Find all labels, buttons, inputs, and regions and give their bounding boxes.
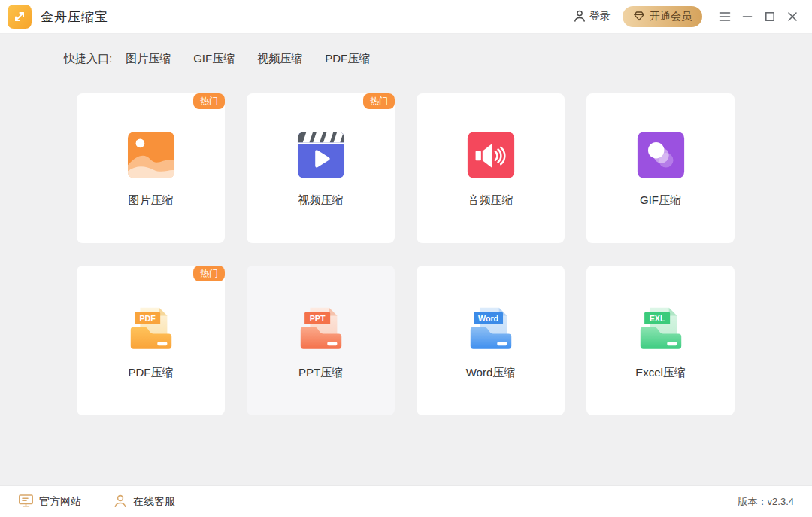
video-compress-icon — [295, 129, 347, 181]
official-website-label: 官方网站 — [39, 495, 81, 509]
hot-badge: 热门 — [193, 266, 225, 281]
feature-grid: 热门 图片压缩 热门 — [77, 93, 812, 415]
card-label: GIF压缩 — [640, 193, 681, 208]
maximize-button[interactable] — [759, 6, 780, 27]
svg-text:EXL: EXL — [649, 314, 665, 323]
app-logo-icon — [8, 5, 32, 29]
vip-label: 开通会员 — [650, 10, 692, 23]
quick-entry-row: 快捷入口: 图片压缩 GIF压缩 视频压缩 PDF压缩 — [64, 52, 812, 66]
card-label: 视频压缩 — [298, 193, 344, 208]
card-label: Excel压缩 — [635, 366, 686, 380]
support-person-icon — [113, 494, 128, 510]
official-website-link[interactable]: 官方网站 — [18, 494, 81, 510]
version-label: 版本：v2.3.4 — [738, 495, 794, 509]
card-label: PPT压缩 — [298, 366, 343, 380]
image-compress-icon — [125, 129, 177, 181]
online-support-label: 在线客服 — [133, 495, 175, 509]
close-button[interactable] — [782, 6, 803, 27]
pdf-compress-icon: PDF — [125, 301, 177, 354]
card-label: 音频压缩 — [468, 193, 514, 208]
card-ppt-compress[interactable]: PPT PPT压缩 — [247, 266, 395, 415]
svg-text:PPT: PPT — [309, 314, 325, 323]
quick-link-pdf-compress[interactable]: PDF压缩 — [325, 52, 370, 66]
footer-bar: 官方网站 在线客服 版本：v2.3.4 — [0, 485, 812, 517]
app-window: 金舟压缩宝 登录 开通会员 — [0, 0, 812, 517]
card-gif-compress[interactable]: GIF压缩 — [586, 93, 735, 243]
app-title: 金舟压缩宝 — [41, 8, 108, 26]
card-audio-compress[interactable]: 音频压缩 — [417, 93, 565, 243]
monitor-icon — [18, 494, 34, 510]
hot-badge: 热门 — [193, 93, 225, 109]
ppt-compress-icon: PPT — [295, 301, 347, 354]
online-support-link[interactable]: 在线客服 — [113, 494, 175, 510]
diamond-icon — [633, 10, 645, 24]
card-pdf-compress[interactable]: 热门 PDF PDF压缩 — [77, 266, 225, 415]
card-word-compress[interactable]: Word Word压缩 — [417, 266, 565, 415]
card-video-compress[interactable]: 热门 — [247, 93, 395, 243]
main-area: 快捷入口: 图片压缩 GIF压缩 视频压缩 PDF压缩 热门 — [0, 34, 812, 485]
minimize-button[interactable] — [737, 6, 758, 27]
login-label: 登录 — [589, 10, 611, 23]
vip-membership-button[interactable]: 开通会员 — [623, 6, 702, 27]
quick-link-gif-compress[interactable]: GIF压缩 — [193, 52, 235, 66]
card-excel-compress[interactable]: EXL Excel压缩 — [586, 266, 735, 415]
excel-compress-icon: EXL — [635, 301, 687, 354]
quick-entry-label: 快捷入口: — [64, 52, 112, 66]
login-button[interactable]: 登录 — [573, 9, 611, 25]
quick-link-video-compress[interactable]: 视频压缩 — [257, 52, 302, 66]
titlebar: 金舟压缩宝 登录 开通会员 — [0, 0, 812, 34]
card-label: 图片压缩 — [129, 193, 174, 208]
audio-compress-icon — [465, 129, 517, 181]
card-label: PDF压缩 — [129, 366, 174, 380]
card-image-compress[interactable]: 热门 图片压缩 — [77, 93, 225, 243]
user-icon — [573, 9, 586, 25]
hot-badge: 热门 — [363, 93, 395, 109]
menu-button[interactable] — [714, 6, 735, 27]
gif-compress-icon — [635, 129, 687, 181]
word-compress-icon: Word — [465, 301, 517, 354]
svg-text:PDF: PDF — [139, 314, 156, 323]
svg-text:Word: Word — [478, 314, 498, 323]
card-label: Word压缩 — [466, 366, 516, 380]
quick-link-image-compress[interactable]: 图片压缩 — [126, 52, 171, 66]
